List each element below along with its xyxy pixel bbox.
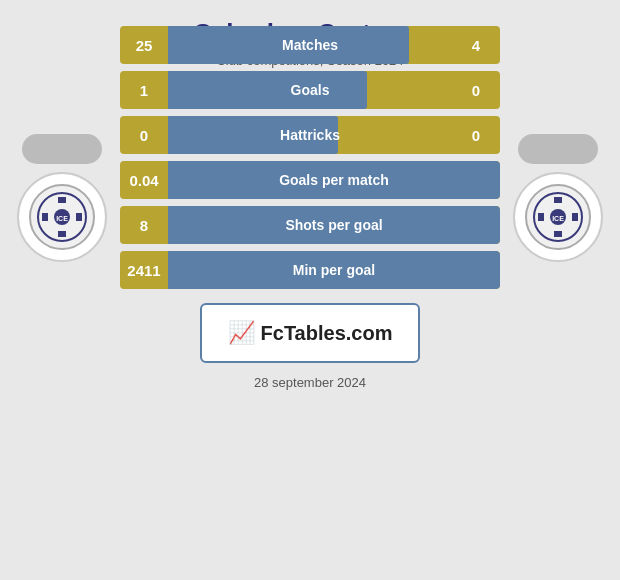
svg-rect-6 <box>76 213 82 221</box>
fctables-logo: 📈 FcTables.com <box>200 303 420 363</box>
svg-text:ICE: ICE <box>56 215 68 222</box>
stat-left-goals: 1 <box>120 82 168 99</box>
stat-bar-area-goals_per_match: Goals per match <box>168 161 500 199</box>
logo-icon: 📈 <box>228 320 255 346</box>
stat-label-hattricks: Hattricks <box>168 127 452 143</box>
stat-row-hattricks: 0Hattricks0 <box>120 116 500 154</box>
svg-rect-13 <box>538 213 544 221</box>
left-blob <box>22 134 102 164</box>
svg-rect-5 <box>42 213 48 221</box>
stat-bar-area-min_per_goal: Min per goal <box>168 251 500 289</box>
stat-bar-area-hattricks: Hattricks <box>168 116 452 154</box>
svg-text:ICE: ICE <box>552 215 564 222</box>
main-area: ICE 25Matches41Goals00Hattricks00.04Goal… <box>10 86 610 289</box>
svg-rect-11 <box>554 197 562 203</box>
stat-right-hattricks: 0 <box>452 127 500 144</box>
svg-rect-14 <box>572 213 578 221</box>
stat-left-hattricks: 0 <box>120 127 168 144</box>
right-blob <box>518 134 598 164</box>
bottom-section: 📈 FcTables.com 28 september 2024 <box>10 293 610 390</box>
right-team-logo: ICE <box>513 172 603 262</box>
svg-rect-12 <box>554 231 562 237</box>
stat-label-shots_per_goal: Shots per goal <box>168 217 500 233</box>
stat-label-matches: Matches <box>168 37 452 53</box>
stat-row-shots_per_goal: 8Shots per goal <box>120 206 500 244</box>
stat-bar-area-goals: Goals <box>168 71 452 109</box>
stat-right-matches: 4 <box>452 37 500 54</box>
stat-left-matches: 25 <box>120 37 168 54</box>
stat-right-goals: 0 <box>452 82 500 99</box>
stat-label-min_per_goal: Min per goal <box>168 262 500 278</box>
stat-label-goals: Goals <box>168 82 452 98</box>
stat-left-shots_per_goal: 8 <box>120 217 168 234</box>
stat-bar-area-shots_per_goal: Shots per goal <box>168 206 500 244</box>
stat-left-goals_per_match: 0.04 <box>120 172 168 189</box>
stat-row-goals: 1Goals0 <box>120 71 500 109</box>
svg-rect-4 <box>58 231 66 237</box>
date-label: 28 september 2024 <box>254 375 366 390</box>
stat-row-matches: 25Matches4 <box>120 26 500 64</box>
page-wrapper: Cabral vs Cortazzo Club competitions, Se… <box>0 0 620 580</box>
stat-label-goals_per_match: Goals per match <box>168 172 500 188</box>
stats-container: 25Matches41Goals00Hattricks00.04Goals pe… <box>120 26 500 289</box>
left-team-logo: ICE <box>17 172 107 262</box>
logo-text: FcTables.com <box>261 322 393 345</box>
stat-row-min_per_goal: 2411Min per goal <box>120 251 500 289</box>
stat-row-goals_per_match: 0.04Goals per match <box>120 161 500 199</box>
stat-bar-area-matches: Matches <box>168 26 452 64</box>
stat-left-min_per_goal: 2411 <box>120 262 168 279</box>
svg-rect-3 <box>58 197 66 203</box>
